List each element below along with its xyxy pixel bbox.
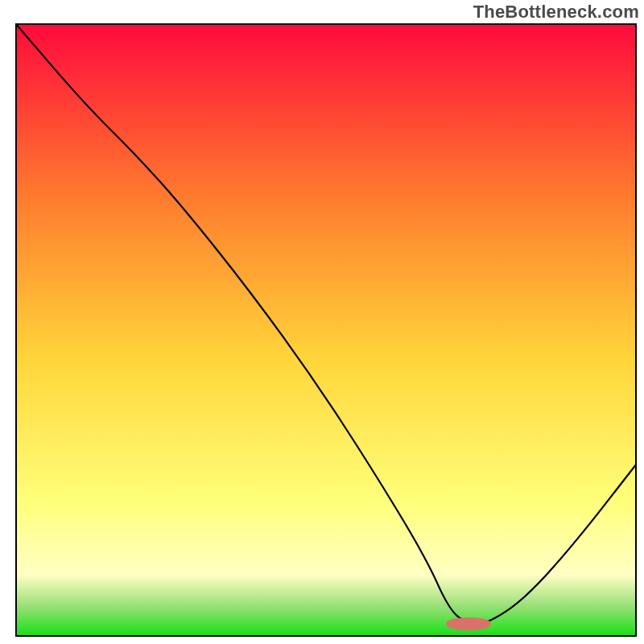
bottleneck-plot <box>0 0 644 644</box>
chart-stage: TheBottleneck.com <box>0 0 644 644</box>
gradient-background <box>16 24 636 636</box>
optimum-marker <box>448 619 489 629</box>
